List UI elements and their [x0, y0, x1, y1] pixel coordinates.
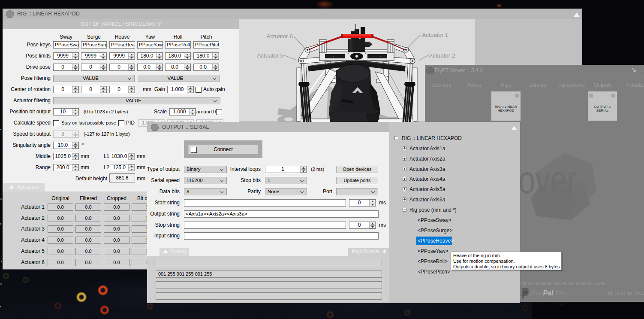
svg-text:Actuator 1: Actuator 1: [422, 32, 448, 38]
svg-text:Actuator 5: Actuator 5: [257, 52, 283, 59]
svg-text:Actuator 2: Actuator 2: [429, 52, 455, 59]
svg-text:Actuator 6: Actuator 6: [266, 33, 293, 39]
